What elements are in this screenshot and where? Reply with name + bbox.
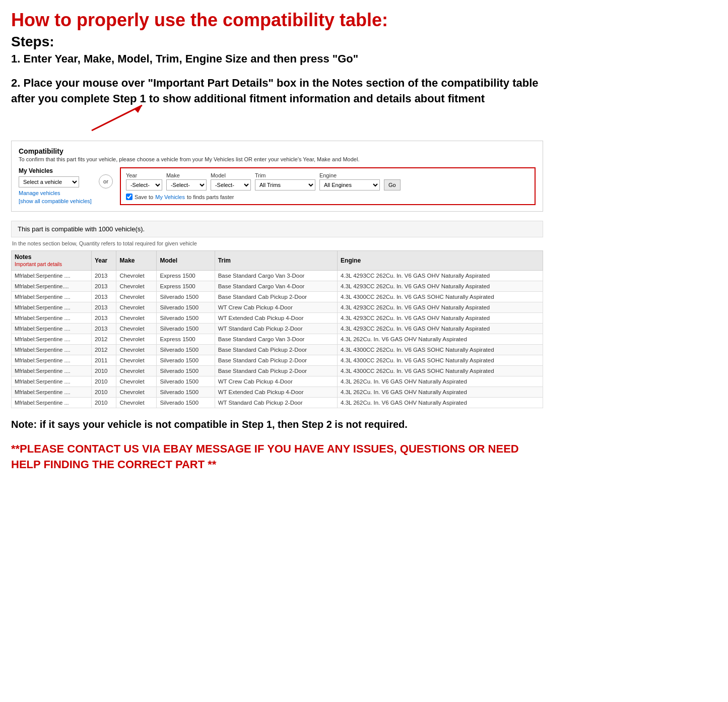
compat-title: Compatibility xyxy=(19,147,536,155)
cell-make: Chevrolet xyxy=(116,366,157,376)
vehicle-select[interactable]: Select a vehicle xyxy=(19,176,79,187)
table-row: Mfrlabel:Serpentine ....2010ChevroletSil… xyxy=(12,376,543,387)
model-select[interactable]: -Select- xyxy=(211,179,251,190)
cell-make: Chevrolet xyxy=(116,387,157,398)
cell-make: Chevrolet xyxy=(116,292,157,302)
manage-vehicles-link[interactable]: Manage vehicles xyxy=(19,190,92,196)
go-button[interactable]: Go xyxy=(384,179,401,190)
cell-model: Silverado 1500 xyxy=(157,292,215,302)
cell-notes: Mfrlabel:Serpentine .... xyxy=(12,313,92,324)
cell-notes: Mfrlabel:Serpentine .... xyxy=(12,376,92,387)
cell-trim: Base Standard Cab Pickup 2-Door xyxy=(215,366,337,376)
cell-trim: Base Standard Cab Pickup 2-Door xyxy=(215,292,337,302)
year-field-group: Year -Select- xyxy=(126,172,162,190)
cell-notes: Mfrlabel:Serpentine .... xyxy=(12,355,92,366)
cell-make: Chevrolet xyxy=(116,355,157,366)
col-engine: Engine xyxy=(338,251,543,271)
cell-trim: Base Standard Cargo Van 4-Door xyxy=(215,281,337,292)
cell-year: 2013 xyxy=(91,281,116,292)
make-label: Make xyxy=(166,172,207,178)
cell-make: Chevrolet xyxy=(116,398,157,408)
cell-notes: Mfrlabel:Serpentine .... xyxy=(12,387,92,398)
table-row: Mfrlabel:Serpentine ....2010ChevroletSil… xyxy=(12,387,543,398)
cell-notes: Mfrlabel:Serpentine .... xyxy=(12,271,92,281)
svg-line-0 xyxy=(92,105,142,131)
table-row: Mfrlabel:Serpentine ....2013ChevroletExp… xyxy=(12,271,543,281)
save-checkbox-row: Save to My Vehicles to finds parts faste… xyxy=(126,194,530,200)
col-notes: Notes Important part details xyxy=(12,251,92,271)
table-row: Mfrlabel:Serpentine ....2013ChevroletSil… xyxy=(12,313,543,324)
cell-trim: WT Standard Cab Pickup 2-Door xyxy=(215,398,337,408)
cell-trim: WT Standard Cab Pickup 2-Door xyxy=(215,324,337,334)
cell-engine: 4.3L 4300CC 262Cu. In. V6 GAS SOHC Natur… xyxy=(338,345,543,355)
cell-year: 2010 xyxy=(91,376,116,387)
cell-year: 2013 xyxy=(91,292,116,302)
cell-make: Chevrolet xyxy=(116,302,157,313)
contact-note: **PLEASE CONTACT US VIA EBAY MESSAGE IF … xyxy=(11,441,543,473)
cell-year: 2010 xyxy=(91,398,116,408)
cell-engine: 4.3L 262Cu. In. V6 GAS OHV Naturally Asp… xyxy=(338,387,543,398)
cell-year: 2010 xyxy=(91,387,116,398)
notes-bar: In the notes section below, Quantity ref… xyxy=(11,240,543,246)
cell-engine: 4.3L 4293CC 262Cu. In. V6 GAS OHV Natura… xyxy=(338,302,543,313)
year-label: Year xyxy=(126,172,162,178)
cell-make: Chevrolet xyxy=(116,281,157,292)
steps-heading: Steps: xyxy=(11,34,543,50)
my-vehicles-label: My Vehicles xyxy=(19,167,92,174)
engine-field-group: Engine All Engines xyxy=(319,172,380,190)
table-row: Mfrlabel:Serpentine ....2012ChevroletExp… xyxy=(12,334,543,345)
year-select[interactable]: -Select- xyxy=(126,179,162,190)
cell-notes: Mfrlabel:Serpentine .... xyxy=(12,324,92,334)
cell-notes: Mfrlabel:Serpentine ... xyxy=(12,398,92,408)
engine-label: Engine xyxy=(319,172,380,178)
cell-model: Silverado 1500 xyxy=(157,366,215,376)
cell-make: Chevrolet xyxy=(116,271,157,281)
my-vehicles-link[interactable]: My Vehicles xyxy=(155,194,185,200)
table-row: Mfrlabel:Serpentine ....2012ChevroletSil… xyxy=(12,345,543,355)
table-header-row: Notes Important part details Year Make M… xyxy=(12,251,543,271)
cell-model: Express 1500 xyxy=(157,271,215,281)
engine-select[interactable]: All Engines xyxy=(319,179,380,190)
cell-notes: Mfrlabel:Serpentine .... xyxy=(12,292,92,302)
save-checkbox[interactable] xyxy=(126,194,133,200)
cell-make: Chevrolet xyxy=(116,345,157,355)
col-model: Model xyxy=(157,251,215,271)
cell-year: 2013 xyxy=(91,271,116,281)
cell-engine: 4.3L 4300CC 262Cu. In. V6 GAS SOHC Natur… xyxy=(338,366,543,376)
compat-desc: To confirm that this part fits your vehi… xyxy=(19,156,536,162)
search-box: Year -Select- Make -Select- Model -Selec… xyxy=(120,167,536,205)
cell-year: 2013 xyxy=(91,313,116,324)
table-row: Mfrlabel:Serpentine ...2010ChevroletSilv… xyxy=(12,398,543,408)
cell-notes: Mfrlabel:Serpentine .... xyxy=(12,366,92,376)
cell-trim: Base Standard Cargo Van 3-Door xyxy=(215,334,337,345)
cell-model: Silverado 1500 xyxy=(157,387,215,398)
cell-make: Chevrolet xyxy=(116,334,157,345)
cell-trim: Base Standard Cab Pickup 2-Door xyxy=(215,345,337,355)
cell-engine: 4.3L 4293CC 262Cu. In. V6 GAS OHV Natura… xyxy=(338,313,543,324)
table-row: Mfrlabel:Serpentine ....2010ChevroletSil… xyxy=(12,366,543,376)
cell-model: Express 1500 xyxy=(157,334,215,345)
cell-trim: WT Crew Cab Pickup 4-Door xyxy=(215,302,337,313)
cell-make: Chevrolet xyxy=(116,376,157,387)
make-select[interactable]: -Select- xyxy=(166,179,207,190)
table-row: Mfrlabel:Serpentine ....2013ChevroletSil… xyxy=(12,324,543,334)
show-all-link[interactable]: [show all compatible vehicles] xyxy=(19,198,92,204)
cell-engine: 4.3L 262Cu. In. V6 GAS OHV Naturally Asp… xyxy=(338,376,543,387)
cell-year: 2013 xyxy=(91,302,116,313)
col-notes-sub: Important part details xyxy=(15,262,62,267)
or-divider: or xyxy=(99,174,113,188)
save-suffix: to finds parts faster xyxy=(187,194,234,200)
cell-trim: Base Standard Cab Pickup 2-Door xyxy=(215,355,337,366)
compatible-bar: This part is compatible with 1000 vehicl… xyxy=(11,221,543,237)
cell-model: Silverado 1500 xyxy=(157,398,215,408)
cell-notes: Mfrlabel:Serpentine.... xyxy=(12,281,92,292)
model-label: Model xyxy=(211,172,251,178)
cell-model: Silverado 1500 xyxy=(157,313,215,324)
cell-model: Silverado 1500 xyxy=(157,355,215,366)
cell-year: 2012 xyxy=(91,334,116,345)
trim-select[interactable]: All Trims xyxy=(255,179,315,190)
table-row: Mfrlabel:Serpentine ....2011ChevroletSil… xyxy=(12,355,543,366)
col-make: Make xyxy=(116,251,157,271)
cell-trim: Base Standard Cargo Van 3-Door xyxy=(215,271,337,281)
compatibility-table: Notes Important part details Year Make M… xyxy=(11,250,543,408)
